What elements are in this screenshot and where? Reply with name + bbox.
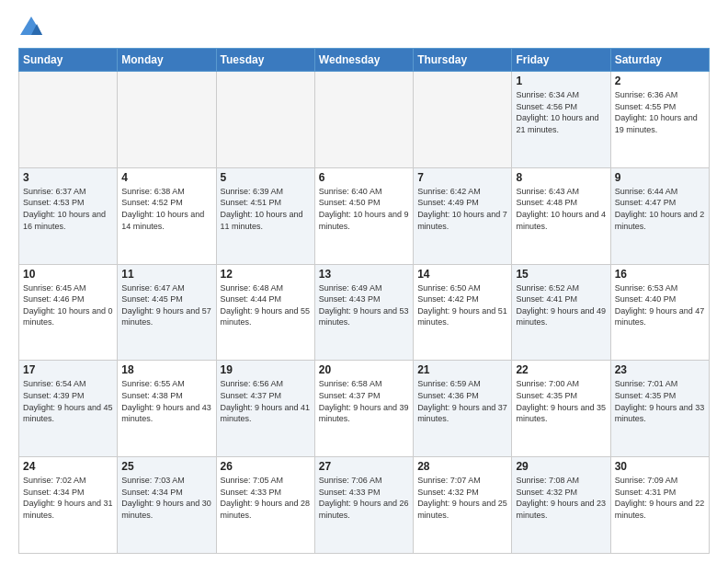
day-info: Sunrise: 7:06 AM Sunset: 4:33 PM Dayligh… <box>319 475 409 521</box>
day-info: Sunrise: 7:03 AM Sunset: 4:34 PM Dayligh… <box>121 475 211 521</box>
day-number: 9 <box>615 171 705 184</box>
calendar-header-tuesday: Tuesday <box>216 49 314 72</box>
calendar-cell <box>414 72 512 168</box>
day-number: 28 <box>417 460 507 473</box>
calendar: SundayMondayTuesdayWednesdayThursdayFrid… <box>18 48 710 554</box>
day-number: 5 <box>221 171 311 184</box>
calendar-cell: 16Sunrise: 6:53 AM Sunset: 4:40 PM Dayli… <box>610 264 709 361</box>
day-info: Sunrise: 6:37 AM Sunset: 4:53 PM Dayligh… <box>23 186 113 232</box>
calendar-cell: 27Sunrise: 7:06 AM Sunset: 4:33 PM Dayli… <box>314 457 413 554</box>
day-number: 3 <box>23 171 113 184</box>
day-number: 26 <box>221 460 311 473</box>
day-number: 12 <box>221 268 311 281</box>
calendar-cell: 22Sunrise: 7:00 AM Sunset: 4:35 PM Dayli… <box>512 361 610 457</box>
calendar-cell: 26Sunrise: 7:05 AM Sunset: 4:33 PM Dayli… <box>216 457 314 554</box>
calendar-cell: 13Sunrise: 6:49 AM Sunset: 4:43 PM Dayli… <box>314 264 413 361</box>
logo-icon <box>18 15 44 40</box>
calendar-cell: 12Sunrise: 6:48 AM Sunset: 4:44 PM Dayli… <box>216 264 314 361</box>
calendar-header-sunday: Sunday <box>19 49 118 72</box>
calendar-cell: 18Sunrise: 6:55 AM Sunset: 4:38 PM Dayli… <box>118 361 216 457</box>
calendar-cell: 2Sunrise: 6:36 AM Sunset: 4:55 PM Daylig… <box>610 72 709 168</box>
day-number: 8 <box>516 171 606 184</box>
calendar-cell: 17Sunrise: 6:54 AM Sunset: 4:39 PM Dayli… <box>19 361 118 457</box>
day-info: Sunrise: 7:05 AM Sunset: 4:33 PM Dayligh… <box>221 475 311 521</box>
day-info: Sunrise: 7:00 AM Sunset: 4:35 PM Dayligh… <box>516 378 606 424</box>
day-info: Sunrise: 6:52 AM Sunset: 4:41 PM Dayligh… <box>516 282 606 328</box>
calendar-cell: 21Sunrise: 6:59 AM Sunset: 4:36 PM Dayli… <box>414 361 512 457</box>
calendar-cell: 15Sunrise: 6:52 AM Sunset: 4:41 PM Dayli… <box>512 264 610 361</box>
calendar-cell: 23Sunrise: 7:01 AM Sunset: 4:35 PM Dayli… <box>610 361 709 457</box>
day-info: Sunrise: 6:39 AM Sunset: 4:51 PM Dayligh… <box>221 186 311 232</box>
day-info: Sunrise: 6:38 AM Sunset: 4:52 PM Dayligh… <box>121 186 211 232</box>
day-info: Sunrise: 6:36 AM Sunset: 4:55 PM Dayligh… <box>615 89 705 135</box>
calendar-cell: 28Sunrise: 7:07 AM Sunset: 4:32 PM Dayli… <box>414 457 512 554</box>
day-info: Sunrise: 6:49 AM Sunset: 4:43 PM Dayligh… <box>319 282 409 328</box>
day-number: 16 <box>615 268 705 281</box>
calendar-cell: 6Sunrise: 6:40 AM Sunset: 4:50 PM Daylig… <box>314 167 413 264</box>
day-number: 20 <box>319 363 409 376</box>
calendar-week-1: 3Sunrise: 6:37 AM Sunset: 4:53 PM Daylig… <box>19 167 710 264</box>
day-info: Sunrise: 6:34 AM Sunset: 4:56 PM Dayligh… <box>516 89 606 135</box>
calendar-cell: 8Sunrise: 6:43 AM Sunset: 4:48 PM Daylig… <box>512 167 610 264</box>
calendar-header-saturday: Saturday <box>610 49 709 72</box>
day-number: 14 <box>417 268 507 281</box>
day-number: 24 <box>23 460 113 473</box>
calendar-cell <box>118 72 216 168</box>
calendar-cell: 14Sunrise: 6:50 AM Sunset: 4:42 PM Dayli… <box>414 264 512 361</box>
day-info: Sunrise: 6:50 AM Sunset: 4:42 PM Dayligh… <box>417 282 507 328</box>
day-info: Sunrise: 7:08 AM Sunset: 4:32 PM Dayligh… <box>516 475 606 521</box>
calendar-week-3: 17Sunrise: 6:54 AM Sunset: 4:39 PM Dayli… <box>19 361 710 457</box>
day-info: Sunrise: 6:47 AM Sunset: 4:45 PM Dayligh… <box>121 282 211 328</box>
calendar-header-monday: Monday <box>118 49 216 72</box>
day-number: 7 <box>417 171 507 184</box>
day-info: Sunrise: 7:09 AM Sunset: 4:31 PM Dayligh… <box>615 475 705 521</box>
day-number: 25 <box>121 460 211 473</box>
calendar-cell: 10Sunrise: 6:45 AM Sunset: 4:46 PM Dayli… <box>19 264 118 361</box>
calendar-cell: 4Sunrise: 6:38 AM Sunset: 4:52 PM Daylig… <box>118 167 216 264</box>
day-number: 29 <box>516 460 606 473</box>
calendar-cell <box>314 72 413 168</box>
day-number: 30 <box>615 460 705 473</box>
day-info: Sunrise: 6:53 AM Sunset: 4:40 PM Dayligh… <box>615 282 705 328</box>
day-info: Sunrise: 6:55 AM Sunset: 4:38 PM Dayligh… <box>121 378 211 424</box>
calendar-header-wednesday: Wednesday <box>314 49 413 72</box>
calendar-header-row: SundayMondayTuesdayWednesdayThursdayFrid… <box>19 49 710 72</box>
day-number: 19 <box>221 363 311 376</box>
calendar-cell: 11Sunrise: 6:47 AM Sunset: 4:45 PM Dayli… <box>118 264 216 361</box>
calendar-cell: 30Sunrise: 7:09 AM Sunset: 4:31 PM Dayli… <box>610 457 709 554</box>
calendar-header-friday: Friday <box>512 49 610 72</box>
day-number: 13 <box>319 268 409 281</box>
day-info: Sunrise: 6:56 AM Sunset: 4:37 PM Dayligh… <box>221 378 311 424</box>
day-info: Sunrise: 6:45 AM Sunset: 4:46 PM Dayligh… <box>23 282 113 328</box>
day-number: 17 <box>23 363 113 376</box>
calendar-week-0: 1Sunrise: 6:34 AM Sunset: 4:56 PM Daylig… <box>19 72 710 168</box>
day-number: 27 <box>319 460 409 473</box>
day-info: Sunrise: 6:48 AM Sunset: 4:44 PM Dayligh… <box>221 282 311 328</box>
calendar-cell: 29Sunrise: 7:08 AM Sunset: 4:32 PM Dayli… <box>512 457 610 554</box>
day-info: Sunrise: 6:40 AM Sunset: 4:50 PM Dayligh… <box>319 186 409 232</box>
calendar-cell: 9Sunrise: 6:44 AM Sunset: 4:47 PM Daylig… <box>610 167 709 264</box>
page: SundayMondayTuesdayWednesdayThursdayFrid… <box>0 0 728 563</box>
day-info: Sunrise: 7:01 AM Sunset: 4:35 PM Dayligh… <box>615 378 705 424</box>
day-info: Sunrise: 7:07 AM Sunset: 4:32 PM Dayligh… <box>417 475 507 521</box>
day-number: 22 <box>516 363 606 376</box>
day-info: Sunrise: 7:02 AM Sunset: 4:34 PM Dayligh… <box>23 475 113 521</box>
calendar-cell <box>216 72 314 168</box>
header <box>18 15 710 40</box>
day-info: Sunrise: 6:59 AM Sunset: 4:36 PM Dayligh… <box>417 378 507 424</box>
day-number: 23 <box>615 363 705 376</box>
calendar-header-thursday: Thursday <box>414 49 512 72</box>
day-number: 10 <box>23 268 113 281</box>
day-info: Sunrise: 6:44 AM Sunset: 4:47 PM Dayligh… <box>615 186 705 232</box>
calendar-cell: 7Sunrise: 6:42 AM Sunset: 4:49 PM Daylig… <box>414 167 512 264</box>
calendar-cell: 19Sunrise: 6:56 AM Sunset: 4:37 PM Dayli… <box>216 361 314 457</box>
day-info: Sunrise: 6:42 AM Sunset: 4:49 PM Dayligh… <box>417 186 507 232</box>
calendar-week-4: 24Sunrise: 7:02 AM Sunset: 4:34 PM Dayli… <box>19 457 710 554</box>
day-number: 1 <box>516 75 606 87</box>
calendar-cell: 20Sunrise: 6:58 AM Sunset: 4:37 PM Dayli… <box>314 361 413 457</box>
calendar-cell: 1Sunrise: 6:34 AM Sunset: 4:56 PM Daylig… <box>512 72 610 168</box>
day-number: 21 <box>417 363 507 376</box>
calendar-cell: 25Sunrise: 7:03 AM Sunset: 4:34 PM Dayli… <box>118 457 216 554</box>
day-number: 15 <box>516 268 606 281</box>
calendar-cell: 24Sunrise: 7:02 AM Sunset: 4:34 PM Dayli… <box>19 457 118 554</box>
